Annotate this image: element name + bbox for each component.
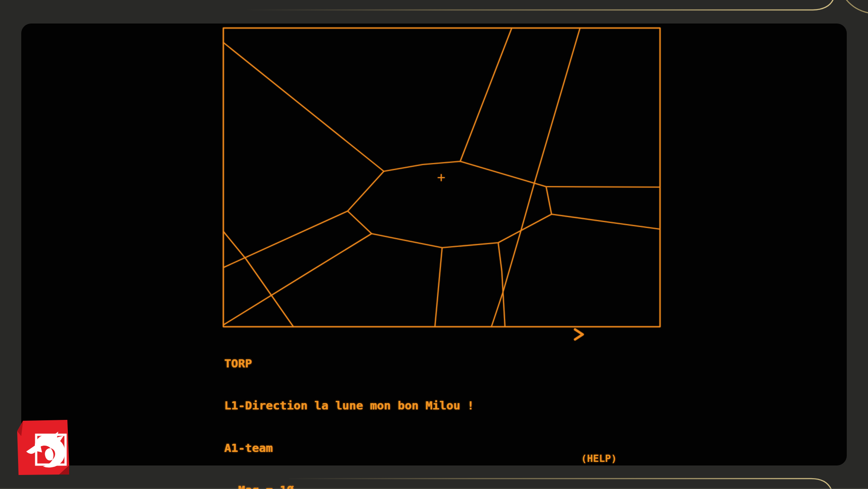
slide-background: TORP L1-Direction la lune mon bon Milou …	[0, 0, 868, 489]
gold-corner-arc	[844, 0, 868, 13]
hud-line-mode: TORP	[224, 357, 474, 371]
hud-line-heading: L1-Direction la lune mon bon Milou !	[224, 399, 474, 413]
gold-line-top	[247, 0, 834, 10]
help-label: (HELP)	[581, 453, 617, 464]
hud-text-block: TORP L1-Direction la lune mon bon Milou …	[224, 329, 474, 489]
hud-line-mag: Mag = 1Ø	[224, 483, 474, 489]
hud-line-team: A1-team	[224, 441, 474, 455]
dragon-cube-logo	[15, 420, 70, 476]
dragon-cube-logo-graphic	[15, 420, 70, 476]
